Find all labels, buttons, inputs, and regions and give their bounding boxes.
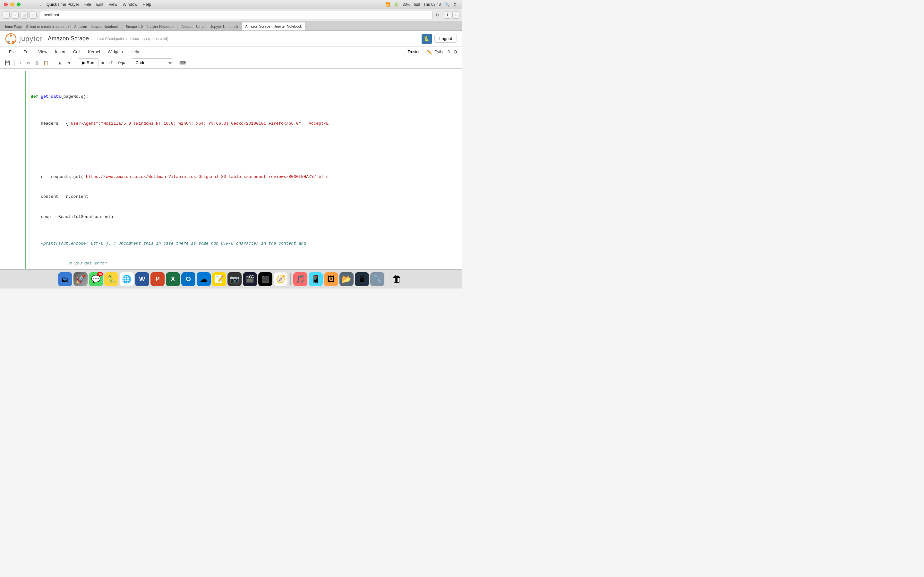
dock-terminal[interactable]: ⬛ xyxy=(258,272,272,286)
tab-amazonscrape2[interactable]: Amazon Scrape – Jupyter Notebook xyxy=(242,22,305,31)
toolbar-divider-4 xyxy=(129,60,130,66)
menu-insert[interactable]: Insert xyxy=(51,48,69,55)
word-icon: W xyxy=(139,276,145,283)
apple-menu[interactable]:  xyxy=(40,2,41,7)
menu-view[interactable]: View xyxy=(34,48,51,55)
dock-trash[interactable]: 🗑 xyxy=(390,272,404,286)
code-line-5: soup = BeautifulSoup(content) xyxy=(31,214,457,221)
cut-cell-button[interactable]: ✂ xyxy=(24,58,33,67)
kernel-status-indicator xyxy=(454,50,457,53)
launchpad-icon: 🚀 xyxy=(76,275,86,284)
url-bar[interactable]: localhost xyxy=(40,11,433,19)
sidebar-toggle-button[interactable]: ▤ xyxy=(21,11,27,19)
dock-icon-1[interactable]: 🎵 xyxy=(293,272,307,286)
finder-icon: 🗂 xyxy=(61,275,69,284)
dock-icon-6[interactable]: 🔧 xyxy=(370,272,384,286)
new-tab-button[interactable]: + xyxy=(452,11,459,19)
move-down-button[interactable]: ▼ xyxy=(65,58,74,67)
dock-chrome[interactable]: 🌐 xyxy=(120,272,134,286)
dock-camera[interactable]: 📷 xyxy=(228,272,242,286)
save-button[interactable]: 💾 xyxy=(3,58,13,67)
svg-point-2 xyxy=(8,40,10,43)
stop-button[interactable]: ■ xyxy=(99,58,106,67)
keyboard-icon: ⌨ xyxy=(414,2,420,7)
dock-icon-4[interactable]: 📂 xyxy=(339,272,354,286)
forward-button[interactable]: › xyxy=(11,11,19,19)
svg-point-1 xyxy=(10,34,12,37)
tab-amazon[interactable]: Amazon – Jupyter Notebook xyxy=(71,22,122,31)
kernel-label: Python 3 xyxy=(435,50,450,54)
dock-word[interactable]: W xyxy=(135,272,149,286)
tab-scrape1[interactable]: Scrape 1.0 – Jupyter Notebook xyxy=(122,22,178,31)
url-text: localhost xyxy=(43,13,59,17)
dock-outlook[interactable]: O xyxy=(181,272,195,286)
edit-icon[interactable]: ✏️ xyxy=(427,49,432,55)
paste-cell-button[interactable]: 📋 xyxy=(41,58,51,67)
python-icon: 🐍 xyxy=(422,34,432,44)
menu-help[interactable]: Help xyxy=(127,48,143,55)
menu-kernel[interactable]: Kernel xyxy=(84,48,104,55)
dock-python[interactable]: 🐍 xyxy=(104,272,118,286)
dock-icon-2[interactable]: 📱 xyxy=(309,272,323,286)
app-name-menu[interactable]: QuickTime Player xyxy=(47,2,79,7)
dock-stickies[interactable]: 📝 xyxy=(212,272,226,286)
dock-excel[interactable]: X xyxy=(166,272,180,286)
dock-safari[interactable]: 🧭 xyxy=(274,272,288,286)
run-button[interactable]: ▶ Run xyxy=(78,58,99,67)
back-button[interactable]: ‹ xyxy=(3,11,10,19)
dock-messages[interactable]: 💬 13 xyxy=(89,272,103,286)
messages-icon: 💬 xyxy=(91,275,101,284)
minimize-button[interactable] xyxy=(10,3,14,6)
menu-file[interactable]: File xyxy=(5,48,19,55)
maximize-button[interactable] xyxy=(17,3,21,6)
dock-gyroflow[interactable]: 🎬 xyxy=(243,272,257,286)
cell-type-select[interactable]: Code Markdown Raw NBConvert Heading xyxy=(132,58,173,67)
tab-list-button[interactable]: ⊞ xyxy=(29,11,37,19)
dock-icon-3[interactable]: 🖼 xyxy=(324,272,338,286)
jupyter-logo: jupyter xyxy=(5,33,43,45)
jupyter-logo-text: jupyter xyxy=(19,35,43,43)
copy-cell-button[interactable]: ⎘ xyxy=(33,58,40,67)
toolbar-divider-3 xyxy=(76,60,76,66)
logout-button[interactable]: Logout xyxy=(435,35,457,43)
search-icon[interactable]: 🔍 xyxy=(445,2,449,7)
keyboard-shortcuts-button[interactable]: ⌨ xyxy=(177,58,188,67)
trusted-button[interactable]: Trusted xyxy=(404,49,424,55)
mac-dock: 🗂 🚀 💬 13 🐍 🌐 W P X O ☁ 📝 📷 🎬 ⬛ 🧭 � xyxy=(0,269,462,288)
restart-button[interactable]: ↺ xyxy=(107,58,115,67)
restart-run-button[interactable]: ⟳▶ xyxy=(116,58,128,67)
file-menu[interactable]: File xyxy=(84,2,91,7)
datetime: Thu 03:43 xyxy=(423,2,441,7)
dock-launchpad[interactable]: 🚀 xyxy=(73,272,87,286)
tab-home[interactable]: Home Page – Select or create a notebook xyxy=(0,22,71,31)
reload-button[interactable]: ↻ xyxy=(436,13,439,18)
control-center-icon[interactable]: ⚙ xyxy=(453,2,457,7)
browser-chrome: ‹ › ▤ ⊞ localhost ↻ ⬆ + xyxy=(0,9,462,21)
edit-menu[interactable]: Edit xyxy=(96,2,103,7)
share-button[interactable]: ⬆ xyxy=(444,11,451,19)
help-menu[interactable]: Help xyxy=(142,2,151,7)
menu-edit[interactable]: Edit xyxy=(19,48,34,55)
window-menu[interactable]: Window xyxy=(123,2,137,7)
traffic-lights[interactable] xyxy=(4,3,21,6)
dock-onedrive[interactable]: ☁ xyxy=(197,272,211,286)
close-button[interactable] xyxy=(4,3,8,6)
tab-amazonscrape1[interactable]: Amazon Scrape – Jupyter Notebook xyxy=(178,22,242,31)
code-cell: def get_data(pageNo,q): headers = {"User… xyxy=(0,71,462,269)
dock-finder[interactable]: 🗂 xyxy=(58,272,72,286)
cell-input[interactable]: def get_data(pageNo,q): headers = {"User… xyxy=(26,71,462,269)
powerpoint-icon: P xyxy=(155,276,160,283)
chrome-icon: 🌐 xyxy=(122,275,132,284)
move-up-button[interactable]: ▲ xyxy=(55,58,64,67)
toolbar-divider-5 xyxy=(175,60,175,66)
dock-icon-5[interactable]: 🖥 xyxy=(355,272,369,286)
menu-cell[interactable]: Cell xyxy=(69,48,84,55)
add-cell-button[interactable]: + xyxy=(17,58,24,67)
dock-powerpoint[interactable]: P xyxy=(150,272,165,286)
menu-widgets[interactable]: Widgets xyxy=(104,48,127,55)
view-menu[interactable]: View xyxy=(108,2,118,7)
dock-icon-6-icon: 🔧 xyxy=(373,275,382,284)
camera-icon: 📷 xyxy=(230,275,239,284)
toolbar-divider-1 xyxy=(15,60,15,66)
notebook-name[interactable]: Amazon Scrape xyxy=(48,35,89,42)
